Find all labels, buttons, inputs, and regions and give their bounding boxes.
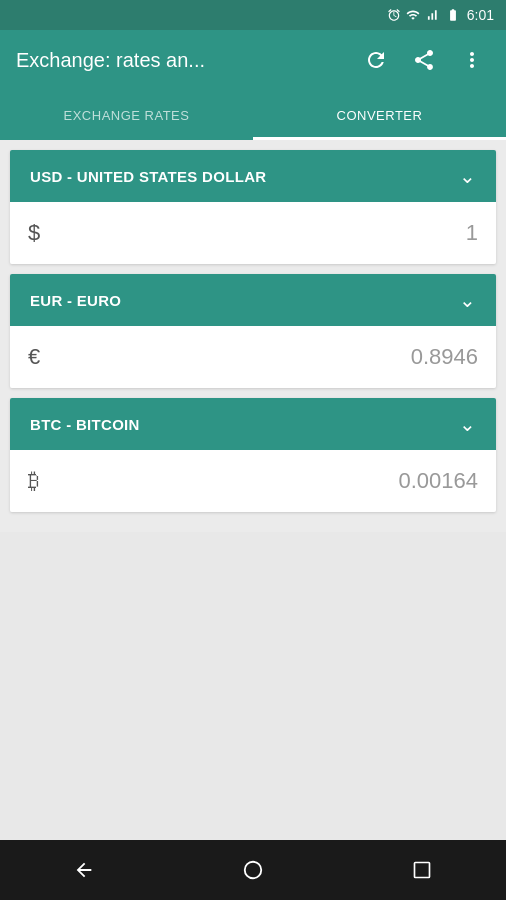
wifi-icon (406, 8, 420, 22)
svg-rect-1 (414, 863, 429, 878)
back-button[interactable] (59, 845, 109, 895)
currency-label-usd: USD - UNITED STATES DOLLAR (30, 168, 266, 185)
chevron-down-icon-btc: ⌄ (459, 412, 476, 436)
app-title: Exchange: rates an... (16, 49, 346, 72)
currency-header-eur[interactable]: EUR - EURO ⌄ (10, 274, 496, 326)
battery-icon (444, 8, 462, 22)
more-button[interactable] (454, 42, 490, 78)
currency-input-row-eur: € (10, 326, 496, 388)
app-bar: Exchange: rates an... (0, 30, 506, 90)
signal-icon (425, 8, 439, 22)
currency-header-btc[interactable]: BTC - BITCOIN ⌄ (10, 398, 496, 450)
refresh-button[interactable] (358, 42, 394, 78)
currency-symbol-btc: ₿ (28, 468, 58, 494)
currency-block-usd: USD - UNITED STATES DOLLAR ⌄ $ (10, 150, 496, 264)
main-content: USD - UNITED STATES DOLLAR ⌄ $ EUR - EUR… (0, 140, 506, 532)
currency-symbol-usd: $ (28, 220, 58, 246)
chevron-down-icon-eur: ⌄ (459, 288, 476, 312)
currency-header-usd[interactable]: USD - UNITED STATES DOLLAR ⌄ (10, 150, 496, 202)
currency-input-row-usd: $ (10, 202, 496, 264)
back-icon (73, 859, 95, 881)
currency-value-usd[interactable] (68, 220, 478, 246)
tabs: EXCHANGE RATES CONVERTER (0, 90, 506, 140)
status-time: 6:01 (467, 7, 494, 23)
status-icons: 6:01 (387, 7, 494, 23)
currency-label-eur: EUR - EURO (30, 292, 121, 309)
currency-block-btc: BTC - BITCOIN ⌄ ₿ (10, 398, 496, 512)
alarm-icon (387, 8, 401, 22)
share-button[interactable] (406, 42, 442, 78)
more-icon (460, 48, 484, 72)
currency-label-btc: BTC - BITCOIN (30, 416, 140, 433)
svg-point-0 (245, 862, 262, 879)
currency-symbol-eur: € (28, 344, 58, 370)
share-icon (412, 48, 436, 72)
home-button[interactable] (228, 845, 278, 895)
home-icon (242, 859, 264, 881)
tab-converter[interactable]: CONVERTER (253, 90, 506, 140)
currency-block-eur: EUR - EURO ⌄ € (10, 274, 496, 388)
tab-exchange-rates[interactable]: EXCHANGE RATES (0, 90, 253, 140)
currency-value-btc[interactable] (68, 468, 478, 494)
recent-icon (412, 860, 432, 880)
recent-button[interactable] (397, 845, 447, 895)
currency-value-eur[interactable] (68, 344, 478, 370)
bottom-nav (0, 840, 506, 900)
currency-input-row-btc: ₿ (10, 450, 496, 512)
chevron-down-icon-usd: ⌄ (459, 164, 476, 188)
refresh-icon (364, 48, 388, 72)
status-bar: 6:01 (0, 0, 506, 30)
